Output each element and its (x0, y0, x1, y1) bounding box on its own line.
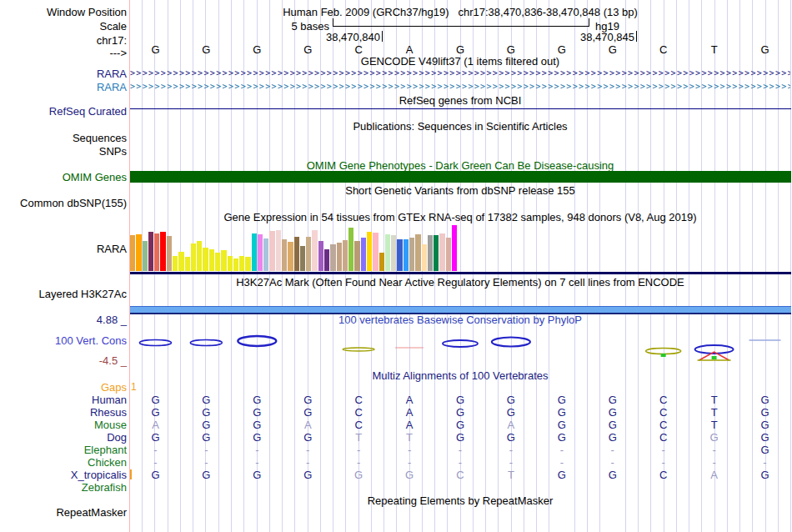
alignment-cell: A (283, 419, 333, 431)
alignment-cell: G (181, 419, 232, 431)
cons-logo-glyphs (130, 332, 790, 369)
omim-track-title[interactable]: OMIM Gene Phenotypes - Dark Green Can Be… (130, 160, 790, 171)
base-letter: G (587, 44, 638, 55)
gene-arrows-rara-2[interactable]: >>>>>>>>>>>>>>>>>>>>>>>>>>>>>>>>>>>>>>>>… (130, 82, 790, 91)
gtex-track-title[interactable]: Gene Expression in 54 tissues from GTEx … (130, 212, 790, 223)
gtex-tissue-bar (252, 233, 257, 271)
gtex-tissue-bar (233, 258, 238, 271)
gtex-tissue-bar (130, 235, 135, 271)
gtex-tissue-bar (397, 239, 402, 271)
alignment-cell: G (739, 406, 790, 419)
base-letter: G (485, 44, 536, 55)
gtex-tissue-bar (167, 236, 172, 271)
alignment-row-dog: GGGGTTGGGGCGG (130, 431, 790, 444)
alignment-cell: G (333, 469, 384, 481)
cons-glyph (661, 354, 666, 357)
gene-label-rara-1[interactable]: RARA (0, 68, 127, 79)
gencode-track-title[interactable]: GENCODE V49lift37 (1 items filtered out) (130, 56, 790, 67)
base-letter: G (181, 44, 232, 55)
gtex-baseline (130, 272, 791, 274)
gtex-tissue-bar (245, 257, 250, 271)
dbsnp-track-title[interactable]: Short Genetic Variants from dbSNP releas… (130, 185, 790, 196)
h3k27ac-track-label[interactable]: Layered H3K27Ac (0, 289, 127, 299)
species-label-rhesus[interactable]: Rhesus (0, 406, 127, 419)
alignment-cell: - (587, 456, 638, 469)
cons-glyph (343, 348, 374, 351)
multiz-track-title[interactable]: Multiz Alignments of 100 Vertebrates (130, 370, 790, 381)
cons-track-label[interactable]: 100 Vert. Cons (0, 335, 127, 346)
gtex-tissue-bar (269, 231, 274, 271)
alignment-cell: - (283, 444, 333, 456)
alignment-cell: G (536, 469, 587, 481)
species-label-chicken[interactable]: Chicken (0, 456, 127, 469)
refseq-track-title[interactable]: RefSeq genes from NCBI (130, 95, 790, 106)
refseq-track-label[interactable]: RefSeq Curated (0, 106, 127, 117)
scale-bar (333, 18, 589, 27)
species-label-human[interactable]: Human (0, 394, 127, 406)
position-title: chr17:38,470,836-38,470,848 (13 bp) (458, 6, 637, 18)
genome-browser: Window Position Human Feb. 2009 (GRCh37/… (0, 0, 792, 532)
species-label-x_tropicalis[interactable]: X_tropicalis (0, 469, 127, 481)
snps-track-label[interactable]: SNPs (0, 146, 127, 157)
alignment-cell: C (333, 406, 384, 419)
omim-gene-bar[interactable] (130, 171, 791, 183)
gtex-tissue-bar (452, 225, 457, 271)
alignment-cell (536, 481, 587, 494)
species-label-zebrafish[interactable]: Zebrafish (0, 481, 127, 494)
repeatmasker-track-label[interactable]: RepeatMasker (0, 507, 127, 518)
repeatmasker-track-title[interactable]: Repeating Elements by RepeatMasker (130, 495, 790, 506)
alignment-cell: - (181, 444, 232, 456)
species-label-elephant[interactable]: Elephant (0, 444, 127, 456)
alignment-cell: T (333, 431, 384, 444)
base-letter: C (638, 44, 689, 55)
gtex-tissue-bar (312, 230, 317, 271)
cons-glyph (238, 336, 276, 346)
gtex-expression-barchart[interactable] (130, 225, 458, 271)
species-label-dog[interactable]: Dog (0, 431, 127, 444)
species-label-mouse[interactable]: Mouse (0, 419, 127, 431)
gene-label-rara-2[interactable]: RARA (0, 82, 127, 93)
gene-arrows-rara-1[interactable]: >>>>>>>>>>>>>>>>>>>>>>>>>>>>>>>>>>>>>>>>… (130, 68, 790, 78)
alignment-row-human: GGGGCAGGGGCTG (130, 394, 790, 406)
alignment-cell: G (485, 394, 536, 406)
sequences-track-label[interactable]: Sequences (0, 133, 127, 143)
cons-glyph (712, 356, 717, 359)
cons-max-value: 4.88 _ (0, 314, 127, 325)
dbsnp-track-label[interactable]: Common dbSNP(155) (0, 198, 127, 208)
alignment-cell: A (485, 419, 536, 431)
alignment-cell: - (384, 444, 435, 456)
alignment-row-mouse: AGGACAGAGGCTG (130, 419, 790, 431)
alignment-cell: G (130, 406, 181, 419)
alignment-cell: G (181, 431, 232, 444)
cons-track-title[interactable]: 100 vertebrates Basewise Conservation by… (130, 314, 790, 325)
multiz-gaps-marker: 1 (131, 382, 137, 393)
alignment-cell: T (485, 469, 536, 481)
gtex-tissue-bar (300, 246, 305, 271)
alignment-cell: - (638, 456, 689, 469)
gtex-tissue-bar (191, 243, 196, 271)
coord-right: 38,470,845 (130, 32, 634, 43)
alignment-cell: - (638, 444, 689, 456)
gtex-gene-label[interactable]: RARA (0, 243, 127, 254)
alignment-cell: G (130, 431, 181, 444)
multiz-gaps-label[interactable]: Gaps (0, 382, 127, 393)
gtex-tissue-bar (367, 232, 372, 271)
alignment-cell: A (384, 419, 435, 431)
alignment-cell: G (739, 444, 790, 456)
base-letter: C (333, 44, 384, 55)
alignment-cell: - (283, 456, 333, 469)
base-sequence-row: GGGGCAGGGGCTG (130, 44, 790, 55)
h3k27ac-track-title[interactable]: H3K27Ac Mark (Often Found Near Active Re… (130, 277, 790, 288)
alignment-cell: G (485, 431, 536, 444)
scale-label: Scale (0, 21, 127, 32)
alignment-cell: G (536, 394, 587, 406)
alignment-cell: - (435, 456, 486, 469)
multiz-alignment-grid: GGGGCAGGGGCTGGGGGCAGGGGCTGAGGACAGAGGCTGG… (130, 394, 790, 494)
alignment-cell: G (536, 406, 587, 419)
gtex-tissue-bar (294, 237, 299, 271)
omim-track-label[interactable]: OMIM Genes (0, 172, 127, 183)
cons-glyph (443, 340, 478, 347)
alignment-cell: T (689, 394, 739, 406)
alignment-cell: G (283, 431, 333, 444)
publications-track-title[interactable]: Publications: Sequences in Scientific Ar… (130, 121, 790, 132)
